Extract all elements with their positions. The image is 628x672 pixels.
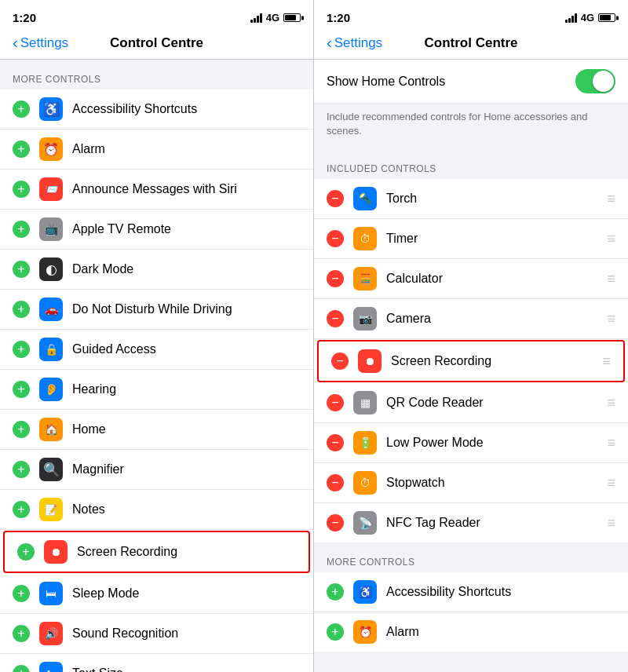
- notes-icon: 📝: [39, 498, 63, 521]
- magnifier-icon: 🔍: [39, 458, 63, 481]
- right-back-chevron-icon: ‹: [327, 35, 332, 50]
- appletv-remote-label: Apple TV Remote: [72, 222, 301, 236]
- timer-label: Timer: [386, 232, 601, 246]
- right-nav-bar: ‹ Settings Control Centre: [314, 29, 628, 60]
- list-item: ⏰ Alarm: [0, 130, 313, 170]
- camera-label: Camera: [386, 312, 601, 326]
- add-button-hearing[interactable]: [13, 381, 30, 398]
- right-status-bar: 1:20 4G: [314, 0, 628, 29]
- drag-handle-stopwatch[interactable]: ≡: [607, 475, 615, 491]
- dark-mode-label: Dark Mode: [72, 262, 301, 276]
- drag-handle-nfc[interactable]: ≡: [607, 515, 615, 531]
- right-back-button[interactable]: ‹ Settings: [327, 35, 389, 51]
- nfc-tag-icon: 📡: [353, 511, 377, 535]
- signal-bars-icon: [250, 13, 262, 23]
- accessibility-shortcuts-icon: ♿: [39, 97, 63, 121]
- list-item: 📺 Apple TV Remote: [0, 210, 313, 250]
- remove-button-nfc[interactable]: [327, 514, 344, 531]
- right-screen-recording-label: Screen Recording: [391, 354, 596, 368]
- notes-label: Notes: [72, 502, 301, 517]
- guided-access-icon: 🔒: [39, 338, 63, 361]
- alarm-label: Alarm: [72, 142, 301, 156]
- right-accessibility-label: Accessibility Shortcuts: [386, 585, 615, 599]
- right-accessibility-icon: ♿: [353, 580, 377, 604]
- battery-icon: [283, 13, 301, 22]
- list-item: ⏱ Stopwatch ≡: [314, 463, 628, 503]
- list-item: 🔦 Torch ≡: [314, 179, 628, 219]
- remove-button-torch[interactable]: [327, 190, 344, 207]
- add-button-text-size[interactable]: [13, 665, 30, 672]
- add-button-dnd-driving[interactable]: [13, 301, 30, 318]
- remove-button-camera[interactable]: [327, 310, 344, 327]
- hearing-label: Hearing: [72, 382, 301, 396]
- signal-bar-2: [568, 18, 571, 23]
- sound-recognition-icon: 🔊: [39, 622, 63, 645]
- add-button-darkmode[interactable]: [13, 261, 30, 278]
- right-included-list-group: 🔦 Torch ≡ ⏱ Timer ≡ 🧮 Calculator ≡: [314, 179, 628, 542]
- show-home-controls-toggle[interactable]: [575, 69, 615, 93]
- drag-handle-torch[interactable]: ≡: [607, 191, 615, 207]
- left-phone-panel: 1:20 4G ‹ Settings Control Centre MORE C…: [0, 0, 314, 672]
- drag-handle-camera[interactable]: ≡: [607, 311, 615, 327]
- show-home-controls-row: Show Home Controls: [314, 60, 628, 104]
- list-item: ⏰ Alarm: [314, 612, 628, 652]
- add-button-appletv[interactable]: [13, 221, 30, 238]
- camera-icon: 📷: [353, 307, 377, 331]
- list-item: 📡 NFC Tag Reader ≡: [314, 503, 628, 542]
- magnifier-label: Magnifier: [72, 462, 301, 477]
- show-home-controls-label: Show Home Controls: [327, 75, 575, 89]
- right-battery-fill: [600, 15, 611, 20]
- signal-bar-3: [571, 16, 574, 23]
- right-signal-bars-icon: [565, 13, 577, 23]
- left-status-right: 4G: [250, 12, 301, 24]
- stopwatch-label: Stopwatch: [386, 476, 601, 490]
- right-nav-title: Control Centre: [389, 35, 553, 51]
- announce-messages-label: Announce Messages with Siri: [72, 182, 301, 196]
- sound-recognition-label: Sound Recognition: [72, 626, 301, 641]
- add-button-screen-recording[interactable]: [17, 543, 35, 561]
- left-list-container: MORE CONTROLS ♿ Accessibility Shortcuts …: [0, 60, 313, 672]
- add-button-accessibility[interactable]: [13, 100, 30, 118]
- list-item: 🔒 Guided Access: [0, 330, 313, 370]
- add-button-home[interactable]: [13, 421, 30, 438]
- sleep-mode-label: Sleep Mode: [72, 586, 301, 601]
- add-button-right-accessibility[interactable]: [327, 583, 344, 601]
- list-item: 🔊 Sound Recognition: [0, 614, 313, 654]
- remove-button-timer[interactable]: [327, 230, 344, 247]
- drag-handle-low-power[interactable]: ≡: [607, 435, 615, 451]
- torch-label: Torch: [386, 192, 601, 206]
- add-button-magnifier[interactable]: [13, 461, 30, 478]
- add-button-notes[interactable]: [13, 501, 30, 518]
- drag-handle-timer[interactable]: ≡: [607, 231, 615, 247]
- add-button-announce[interactable]: [13, 181, 30, 198]
- dnd-driving-label: Do Not Disturb While Driving: [72, 302, 301, 316]
- add-button-alarm[interactable]: [13, 141, 30, 158]
- remove-button-low-power[interactable]: [327, 434, 344, 451]
- drag-handle-qr[interactable]: ≡: [607, 395, 615, 411]
- list-item: 🔋 Low Power Mode ≡: [314, 423, 628, 463]
- nfc-tag-label: NFC Tag Reader: [386, 516, 601, 530]
- list-item: 🚗 Do Not Disturb While Driving: [0, 290, 313, 330]
- add-button-sleep-mode[interactable]: [13, 585, 30, 602]
- remove-button-qr[interactable]: [327, 394, 344, 411]
- list-item: ♿ Accessibility Shortcuts: [314, 572, 628, 612]
- remove-button-stopwatch[interactable]: [327, 474, 344, 491]
- timer-icon: ⏱: [353, 227, 377, 250]
- remove-button-calculator[interactable]: [327, 270, 344, 287]
- list-item: 📷 Camera ≡: [314, 299, 628, 339]
- drag-handle-calculator[interactable]: ≡: [607, 271, 615, 287]
- screen-recording-label: Screen Recording: [77, 545, 296, 559]
- left-back-button[interactable]: ‹ Settings: [13, 35, 75, 51]
- right-network: 4G: [581, 12, 594, 24]
- drag-handle-screen-recording[interactable]: ≡: [602, 353, 611, 370]
- left-section-header: MORE CONTROLS: [0, 60, 313, 89]
- signal-bar-1: [565, 20, 568, 23]
- calculator-icon: 🧮: [353, 267, 377, 290]
- add-button-guided-access[interactable]: [13, 341, 30, 358]
- remove-button-screen-recording[interactable]: [331, 352, 349, 370]
- alarm-icon: ⏰: [39, 137, 63, 161]
- screen-recording-list-item: ⏺ Screen Recording: [3, 531, 310, 573]
- left-nav-title: Control Centre: [75, 35, 238, 51]
- add-button-sound-recognition[interactable]: [13, 625, 30, 642]
- add-button-right-alarm[interactable]: [327, 623, 344, 641]
